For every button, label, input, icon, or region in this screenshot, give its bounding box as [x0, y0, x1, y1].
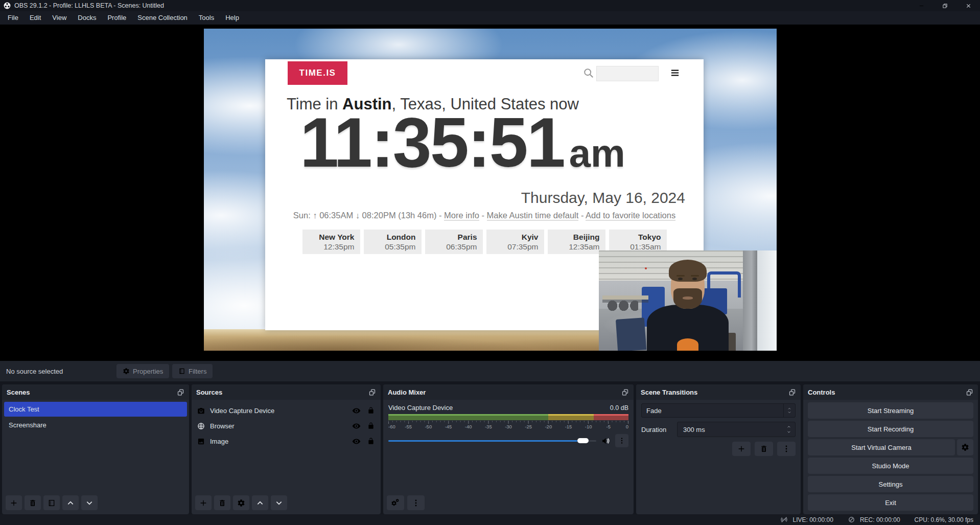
scene-item[interactable]: Screenshare	[4, 418, 187, 432]
control-button[interactable]: Exit	[808, 494, 973, 511]
duration-spinbox[interactable]: 300 ms	[677, 422, 796, 437]
scenes-panel: Scenes Clock Test Screenshare	[2, 384, 189, 514]
control-button[interactable]: Settings	[808, 476, 973, 492]
spin-down-icon[interactable]	[786, 430, 792, 434]
webcam-window	[757, 250, 777, 351]
filters-label: Filters	[189, 368, 206, 375]
filters-button[interactable]: Filters	[172, 364, 213, 378]
scene-list: Clock Test Screenshare	[2, 400, 189, 433]
source-item[interactable]: Image	[192, 433, 381, 449]
spin-up-icon[interactable]	[786, 425, 792, 429]
db-scale-labels: -60-55-50-45-40-35-30-25-20-15-10-50	[388, 424, 628, 430]
remove-scene-button[interactable]	[25, 495, 41, 510]
transitions-panel-header[interactable]: Scene Transitions	[636, 384, 801, 400]
remove-source-button[interactable]	[214, 495, 230, 510]
sun-info-line: Sun: ↑ 06:35AM ↓ 08:20PM (13h 46m) - Mor…	[265, 211, 704, 220]
close-icon	[966, 3, 971, 9]
program-video[interactable]: TIME.IS Time in Austin, Texas, United St…	[204, 29, 777, 351]
properties-button[interactable]: Properties	[116, 364, 169, 378]
menu-item[interactable]: View	[46, 11, 72, 25]
popout-icon[interactable]	[788, 389, 796, 396]
world-clock-city: London	[364, 233, 416, 242]
close-button[interactable]	[956, 0, 980, 11]
volume-slider[interactable]	[388, 438, 596, 444]
visibility-eye-icon[interactable]	[352, 406, 361, 415]
menu-item[interactable]: Help	[220, 11, 245, 25]
volume-slider-handle[interactable]	[577, 438, 589, 443]
time-ampm: am	[569, 131, 625, 175]
menu-item[interactable]: Scene Collection	[132, 11, 193, 25]
source-type-icon	[197, 422, 205, 430]
popout-icon[interactable]	[621, 389, 629, 396]
transition-select-spinner[interactable]	[783, 404, 795, 417]
db-scale-label: 0	[626, 424, 628, 429]
mixer-channel: Video Capture Device 0.0 dB -60-55-50-45…	[383, 400, 634, 447]
popout-icon[interactable]	[177, 389, 184, 396]
webcam-pillar	[743, 250, 757, 351]
mixer-options-button[interactable]	[407, 495, 425, 510]
gear-icon	[237, 499, 245, 507]
scene-item[interactable]: Clock Test	[4, 402, 187, 417]
menu-item[interactable]: File	[2, 11, 24, 25]
world-clock-box: Paris 06:35pm	[425, 230, 483, 254]
speaker-icon[interactable]	[601, 437, 610, 445]
remove-transition-button[interactable]	[755, 442, 773, 456]
menu-item[interactable]: Docks	[72, 11, 102, 25]
mixer-channel-options-button[interactable]	[615, 434, 628, 447]
move-scene-up-button[interactable]	[62, 495, 79, 510]
virtual-camera-config-button[interactable]	[957, 439, 973, 455]
add-source-button[interactable]	[195, 495, 212, 510]
audio-mixer-panel: Audio Mixer Video Capture Device 0.0 dB …	[383, 384, 634, 514]
transition-options-button[interactable]	[777, 442, 796, 456]
db-scale-label: -55	[405, 424, 412, 429]
control-button[interactable]: Studio Mode	[808, 458, 973, 474]
kebab-dots-icon	[782, 445, 790, 453]
world-clock-city: Paris	[425, 233, 477, 242]
source-item[interactable]: Browser	[192, 418, 381, 433]
add-transition-button[interactable]	[732, 442, 751, 456]
restore-button[interactable]	[933, 0, 956, 11]
sources-panel-header[interactable]: Sources	[192, 384, 381, 400]
menu-item[interactable]: Tools	[193, 11, 220, 25]
transition-select[interactable]: Fade	[641, 403, 796, 418]
unlock-icon[interactable]	[367, 407, 375, 414]
db-scale-label: -35	[485, 424, 492, 429]
live-signal-slash-icon	[780, 516, 788, 523]
unlock-icon[interactable]	[367, 422, 375, 429]
minimize-button[interactable]	[909, 0, 933, 11]
obs-window: OBS 29.1.2 - Profile: LLHLS BETA - Scene…	[0, 0, 980, 525]
move-source-up-button[interactable]	[252, 495, 268, 510]
webcam-overlay	[599, 250, 777, 351]
chevron-down-icon	[85, 499, 94, 507]
scene-filters-button[interactable]	[43, 495, 60, 510]
move-scene-down-button[interactable]	[81, 495, 98, 510]
move-source-down-button[interactable]	[271, 495, 287, 510]
db-scale-label: -30	[505, 424, 512, 429]
popout-icon[interactable]	[966, 389, 973, 396]
menu-item[interactable]: Edit	[24, 11, 46, 25]
start-virtual-camera-button[interactable]: Start Virtual Camera	[808, 439, 955, 455]
popout-icon[interactable]	[368, 389, 376, 396]
source-properties-button[interactable]	[233, 495, 249, 510]
source-item[interactable]: Video Capture Device	[192, 403, 381, 418]
world-clock-box: London 05:35pm	[364, 230, 422, 254]
trash-icon	[760, 445, 768, 453]
filter-icon	[48, 499, 56, 507]
visibility-eye-icon[interactable]	[352, 422, 361, 430]
visibility-eye-icon[interactable]	[352, 437, 361, 446]
preview-area[interactable]: TIME.IS Time in Austin, Texas, United St…	[0, 25, 980, 361]
add-scene-button[interactable]	[6, 495, 22, 510]
control-button[interactable]: Start Recording	[808, 421, 973, 437]
title-bar[interactable]: OBS 29.1.2 - Profile: LLHLS BETA - Scene…	[0, 0, 980, 11]
audio-mixer-header[interactable]: Audio Mixer	[383, 384, 634, 400]
control-button[interactable]: Start Streaming	[808, 402, 973, 419]
kebab-dots-icon	[618, 437, 625, 444]
controls-panel-header[interactable]: Controls	[803, 384, 978, 400]
menu-item[interactable]: Profile	[102, 11, 132, 25]
scenes-panel-header[interactable]: Scenes	[2, 384, 189, 400]
advanced-audio-button[interactable]	[387, 495, 404, 510]
controls-title: Controls	[808, 389, 835, 396]
filter-icon	[178, 368, 185, 375]
unlock-icon[interactable]	[367, 438, 375, 445]
world-clock-city: New York	[302, 233, 355, 242]
